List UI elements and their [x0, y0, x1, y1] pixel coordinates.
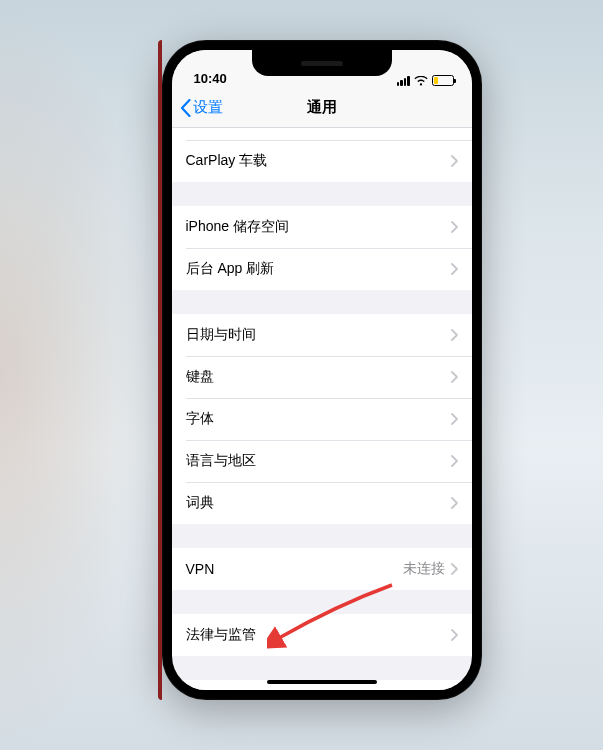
settings-row[interactable]: 法律与监管: [172, 614, 472, 656]
settings-row[interactable]: VPN未连接: [172, 548, 472, 590]
home-indicator[interactable]: [267, 680, 377, 684]
row-label: 法律与监管: [186, 626, 256, 644]
status-time: 10:40: [194, 71, 227, 86]
settings-group: 法律与监管: [172, 614, 472, 656]
settings-row[interactable]: 字体: [172, 398, 472, 440]
settings-group: 隔空播放与接力CarPlay 车载: [172, 128, 472, 182]
chevron-right-icon: [451, 455, 458, 467]
settings-group: 日期与时间键盘字体语言与地区词典: [172, 314, 472, 524]
row-label: 后台 App 刷新: [186, 260, 275, 278]
chevron-right-icon: [451, 629, 458, 641]
back-label: 设置: [193, 98, 223, 117]
row-value: 未连接: [403, 560, 445, 578]
notch: [252, 50, 392, 76]
wifi-icon: [414, 76, 428, 86]
signal-icon: [397, 76, 410, 86]
row-label: CarPlay 车载: [186, 152, 268, 170]
row-label: iPhone 储存空间: [186, 218, 289, 236]
settings-row[interactable]: 后台 App 刷新: [172, 248, 472, 290]
settings-row[interactable]: 隔空播放与接力: [172, 128, 472, 140]
settings-row[interactable]: 词典: [172, 482, 472, 524]
chevron-right-icon: [451, 371, 458, 383]
speaker-grille: [301, 61, 343, 66]
row-label: 词典: [186, 494, 214, 512]
settings-row[interactable]: 语言与地区: [172, 440, 472, 482]
settings-row[interactable]: 日期与时间: [172, 314, 472, 356]
row-label: 字体: [186, 410, 214, 428]
battery-icon: [432, 75, 454, 86]
row-label: VPN: [186, 561, 215, 577]
settings-row[interactable]: iPhone 储存空间: [172, 206, 472, 248]
chevron-right-icon: [451, 563, 458, 575]
nav-bar: 设置 通用: [172, 88, 472, 128]
chevron-right-icon: [451, 413, 458, 425]
chevron-right-icon: [451, 221, 458, 233]
page-title: 通用: [307, 98, 337, 117]
settings-row[interactable]: CarPlay 车载: [172, 140, 472, 182]
row-label: 键盘: [186, 368, 214, 386]
settings-list[interactable]: 隔空播放与接力CarPlay 车载iPhone 储存空间后台 App 刷新日期与…: [172, 128, 472, 690]
row-label: 日期与时间: [186, 326, 256, 344]
row-label: 语言与地区: [186, 452, 256, 470]
chevron-right-icon: [451, 497, 458, 509]
settings-group: iPhone 储存空间后台 App 刷新: [172, 206, 472, 290]
settings-row[interactable]: 键盘: [172, 356, 472, 398]
screen: 10:40 设置 通用 隔空播放与接力CarPlay 车载iPhone 储存空间…: [172, 50, 472, 690]
back-button[interactable]: 设置: [180, 98, 223, 117]
phone-frame: 10:40 设置 通用 隔空播放与接力CarPlay 车载iPhone 储存空间…: [162, 40, 482, 700]
chevron-right-icon: [451, 155, 458, 167]
chevron-right-icon: [451, 329, 458, 341]
chevron-right-icon: [451, 263, 458, 275]
settings-group: VPN未连接: [172, 548, 472, 590]
